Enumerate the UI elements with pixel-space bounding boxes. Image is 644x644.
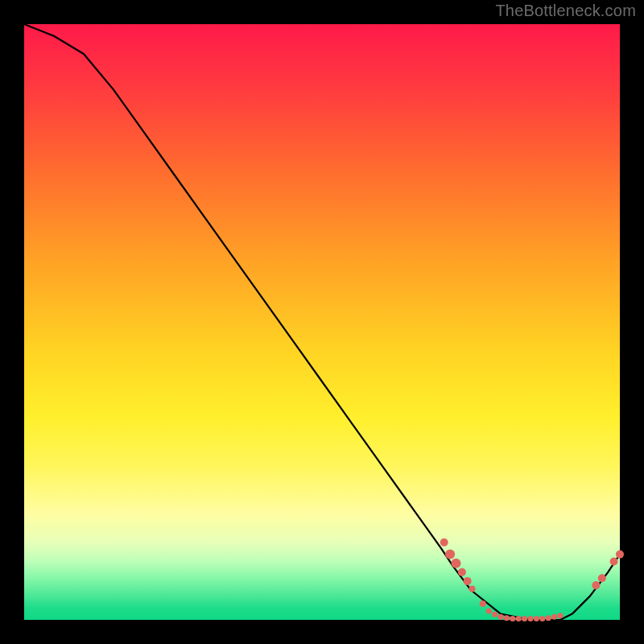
data-marker [486,608,492,613]
data-marker [558,613,564,618]
data-marker [539,616,545,621]
curve-layer [24,24,620,620]
data-marker [551,614,557,620]
watermark-text: TheBottleneck.com [495,2,636,20]
data-marker [452,559,461,568]
data-marker [458,568,466,576]
data-marker [440,539,448,547]
data-marker [546,615,551,621]
data-marker [592,581,600,589]
data-marker [469,586,476,592]
data-marker [534,616,539,621]
data-marker [616,551,624,559]
data-marker [598,574,606,582]
data-marker [610,558,618,566]
data-marker [516,616,522,621]
data-marker [445,550,455,559]
data-marker [498,614,504,620]
data-marker [464,577,472,585]
plot-area [24,24,620,620]
data-marker [528,616,534,621]
chart-stage: TheBottleneck.com [0,0,644,644]
data-marker [492,612,497,617]
data-marker [480,601,486,607]
data-marker [522,616,527,621]
data-marker [510,616,515,621]
data-marker [504,615,510,621]
bottleneck-curve [24,24,620,620]
data-markers [440,539,624,621]
